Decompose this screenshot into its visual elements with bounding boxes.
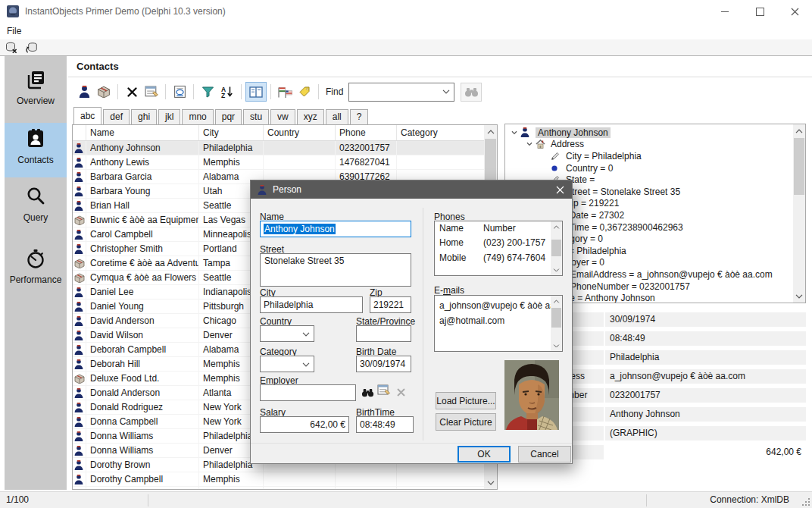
close-button[interactable] <box>777 0 812 23</box>
scroll-thumb[interactable] <box>551 240 561 256</box>
chevron-down-icon[interactable] <box>523 140 536 148</box>
tab-?[interactable]: ? <box>350 109 369 124</box>
toolbar-separator <box>241 84 242 99</box>
resize-grip-icon[interactable] <box>801 497 810 506</box>
birth-time-input[interactable]: 08:48:49 <box>356 416 414 433</box>
languages-button[interactable] <box>275 83 295 101</box>
scroll-down-icon[interactable] <box>551 340 562 351</box>
state-input[interactable] <box>356 325 411 342</box>
scroll-up-icon[interactable] <box>484 125 497 138</box>
table-row[interactable]: Dorothy MooreDetroit9393604741 <box>73 487 497 490</box>
sidebar-item-contacts[interactable]: Contacts <box>5 123 67 177</box>
clear-picture-button[interactable]: Clear Picture <box>436 413 496 431</box>
cell-name: David Anderson <box>86 314 199 328</box>
scroll-up-icon[interactable] <box>793 124 805 137</box>
country-combobox[interactable] <box>260 325 314 342</box>
column-header-city[interactable]: City <box>199 125 264 140</box>
zip-input[interactable]: 219221 <box>370 296 411 313</box>
phones-header: NameNumber <box>435 221 562 235</box>
tree-item[interactable]: Anthony Johnson <box>505 127 805 139</box>
name-input[interactable]: Anthony Johnson <box>260 221 411 237</box>
scroll-down-icon[interactable] <box>484 476 497 489</box>
tab-def[interactable]: def <box>103 109 130 124</box>
tree-item[interactable]: City = Philadelphia <box>505 150 805 162</box>
tab-pqr[interactable]: pqr <box>215 109 242 124</box>
find-search-button[interactable] <box>461 83 482 102</box>
table-row[interactable]: Anthony JohnsonPhiladelphia0232001757 <box>73 141 497 155</box>
email-item[interactable]: a_johnson@vupejo € àòè aa.com <box>435 298 562 313</box>
column-header-country[interactable]: Country <box>264 125 336 140</box>
email-item[interactable]: aj@hotmail.com <box>435 313 562 328</box>
menu-file[interactable]: File <box>2 23 27 39</box>
person-icon <box>73 458 86 472</box>
tab-abc[interactable]: abc <box>73 107 102 124</box>
column-header-phone[interactable]: Phone <box>336 125 397 140</box>
table-row[interactable]: Anthony LewisMemphis1476827041 <box>73 155 497 170</box>
tree-item[interactable]: Address <box>505 139 805 151</box>
emails-list[interactable]: a_johnson@vupejo € àòè aa.comaj@hotmail.… <box>434 295 563 352</box>
sidebar-item-label: Contacts <box>5 155 67 165</box>
load-picture-button[interactable]: Load Picture... <box>436 392 496 409</box>
delete-button[interactable] <box>122 83 142 101</box>
tab-jkl[interactable]: jkl <box>158 109 180 124</box>
table-row[interactable]: Dorothy CampbellMemphis <box>73 472 497 487</box>
dialog-titlebar[interactable]: Person <box>251 180 572 199</box>
scroll-down-icon[interactable] <box>793 290 805 303</box>
column-header-name[interactable]: Name <box>86 125 199 140</box>
maximize-button[interactable] <box>742 0 777 23</box>
phones-list[interactable]: NameNumberHome(023) 200-1757Mobile(749) … <box>434 221 563 276</box>
category-combobox[interactable] <box>260 356 314 372</box>
phone-row[interactable]: Mobile(749) 674-7604 <box>435 250 562 265</box>
scroll-down-icon[interactable] <box>551 265 562 275</box>
scroll-up-icon[interactable] <box>551 296 562 306</box>
sidebar-item-performance[interactable]: Performance <box>5 243 67 290</box>
page-title: Contacts <box>77 61 119 72</box>
chevron-down-icon[interactable] <box>508 129 520 136</box>
scroll-thumb[interactable] <box>551 308 561 328</box>
close-database-button[interactable] <box>2 40 20 55</box>
column-header-icon[interactable] <box>73 125 86 140</box>
scroll-up-icon[interactable] <box>551 221 562 232</box>
sidebar-item-overview[interactable]: Overview <box>5 64 67 114</box>
new-company-button[interactable] <box>94 83 114 101</box>
tab-xyz[interactable]: xyz <box>297 109 324 124</box>
salary-input[interactable]: 642,00 € <box>260 416 349 433</box>
export-button[interactable] <box>170 83 189 101</box>
street-input[interactable]: Stonelake Street 35 <box>260 253 411 287</box>
app-icon <box>7 5 19 17</box>
employer-search-button[interactable] <box>361 385 374 399</box>
filter-button[interactable] <box>198 83 217 101</box>
minimize-button[interactable] <box>707 0 742 23</box>
emails-scrollbar[interactable] <box>551 296 562 351</box>
tab-all[interactable]: all <box>326 109 348 124</box>
sidebar-item-query[interactable]: Query <box>5 180 67 226</box>
phone-row[interactable]: Home(023) 200-1757 <box>435 235 562 250</box>
scroll-thumb[interactable] <box>794 138 804 195</box>
sort-button[interactable]: AZ <box>217 83 237 101</box>
columns-toggle-button[interactable] <box>245 82 267 102</box>
new-person-button[interactable] <box>74 83 94 101</box>
dialog-close-button[interactable] <box>548 180 572 199</box>
tree-item[interactable]: Country = 0 <box>505 162 805 174</box>
tab-mno[interactable]: mno <box>182 109 213 124</box>
tab-stu[interactable]: stu <box>243 109 269 124</box>
birth-date-input[interactable]: 30/09/1974 <box>356 356 411 372</box>
employer-edit-button[interactable] <box>377 384 391 397</box>
cell-country <box>264 155 336 169</box>
contacts-icon <box>24 127 47 150</box>
employer-input[interactable] <box>260 384 356 401</box>
employer-clear-button[interactable] <box>394 385 408 399</box>
column-header-category[interactable]: Category <box>397 125 497 140</box>
find-combobox[interactable] <box>348 83 454 102</box>
open-database-button[interactable] <box>23 40 41 55</box>
tab-ghi[interactable]: ghi <box>131 109 157 124</box>
phones-scrollbar[interactable] <box>551 221 562 275</box>
ok-button[interactable]: OK <box>458 446 511 463</box>
category-tag-button[interactable] <box>295 83 314 101</box>
edit-properties-button[interactable] <box>142 83 161 101</box>
company-icon <box>73 213 86 227</box>
city-input[interactable]: Philadelphia <box>260 296 363 313</box>
tree-scrollbar[interactable] <box>793 124 805 303</box>
tab-vw[interactable]: vw <box>270 109 295 124</box>
cancel-button[interactable]: Cancel <box>518 446 571 463</box>
